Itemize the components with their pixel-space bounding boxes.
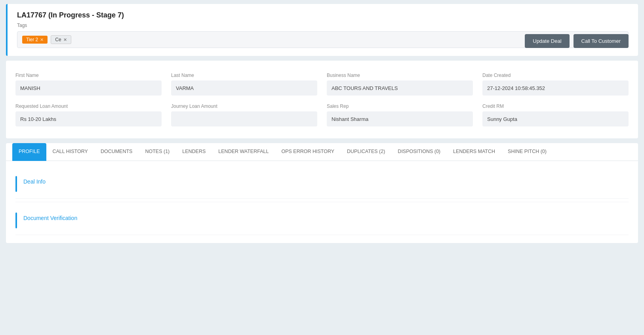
section-document-verification-indicator [15, 212, 17, 228]
section-deal-info-indicator [15, 176, 17, 192]
tab-profile[interactable]: PROFILE [12, 143, 46, 161]
date-created-group: Date Created 27-12-2024 10:58:45.352 [482, 73, 629, 96]
business-name-label: Business Name [327, 73, 473, 78]
business-name-group: Business Name ABC TOURS AND TRAVELS [327, 73, 473, 96]
tag-tier2[interactable]: Tier 2 ✕ [22, 36, 48, 44]
date-created-label: Date Created [482, 73, 629, 78]
section-document-verification[interactable]: Document Verification [15, 205, 629, 235]
top-card: LA17767 (In Progress - Stage 7) Tags Tie… [6, 4, 638, 56]
tag-ce-close[interactable]: ✕ [63, 37, 67, 42]
tab-ops-error-history[interactable]: OPS ERROR HISTORY [275, 143, 341, 161]
section-divider [15, 202, 629, 202]
last-name-group: Last Name VARMA [171, 73, 317, 96]
section-deal-info[interactable]: Deal Info [15, 169, 629, 199]
journey-loan-value [171, 111, 317, 126]
credit-rm-value: Sunny Gupta [482, 111, 629, 126]
main-container: LA17767 (In Progress - Stage 7) Tags Tie… [0, 0, 644, 247]
tab-lenders-match[interactable]: LENDERS MATCH [447, 143, 501, 161]
journey-loan-label: Journey Loan Amount [171, 103, 317, 109]
sales-rep-value: Nishant Sharma [327, 111, 473, 126]
journey-loan-group: Journey Loan Amount [171, 103, 317, 126]
tab-duplicates[interactable]: DUPLICATES (2) [341, 143, 391, 161]
last-name-value: VARMA [171, 80, 317, 96]
tags-label: Tags [17, 23, 629, 28]
tab-lender-waterfall[interactable]: LENDER WATERFALL [212, 143, 275, 161]
requested-loan-value: Rs 10-20 Lakhs [15, 111, 162, 126]
first-name-group: First Name MANISH [15, 73, 162, 96]
action-buttons: Update Deal Call To Customer [525, 34, 629, 48]
requested-loan-group: Requested Loan Amount Rs 10-20 Lakhs [15, 103, 162, 126]
tag-ce[interactable]: Ce ✕ [51, 35, 71, 44]
call-to-customer-button[interactable]: Call To Customer [574, 34, 629, 48]
tab-lenders[interactable]: LENDERS [176, 143, 212, 161]
section-document-verification-title: Document Verification [23, 212, 77, 221]
business-name-value: ABC TOURS AND TRAVELS [327, 80, 473, 96]
tag-ce-label: Ce [55, 37, 61, 42]
tabs-content: Deal InfoDocument Verification [6, 161, 638, 243]
tabs-nav: PROFILECALL HISTORYDOCUMENTSNOTES (1)LEN… [6, 143, 638, 161]
tabs-card: PROFILECALL HISTORYDOCUMENTSNOTES (1)LEN… [6, 143, 638, 243]
first-name-value: MANISH [15, 80, 162, 96]
tag-tier2-label: Tier 2 [26, 37, 38, 42]
tab-call-history[interactable]: CALL HISTORY [46, 143, 94, 161]
info-card: First Name MANISH Last Name VARMA Busine… [6, 61, 638, 138]
credit-rm-label: Credit RM [482, 103, 629, 109]
tab-notes[interactable]: NOTES (1) [139, 143, 176, 161]
update-deal-button[interactable]: Update Deal [525, 34, 569, 48]
tab-documents[interactable]: DOCUMENTS [94, 143, 139, 161]
credit-rm-group: Credit RM Sunny Gupta [482, 103, 629, 126]
date-created-value: 27-12-2024 10:58:45.352 [482, 80, 629, 96]
first-name-label: First Name [15, 73, 162, 78]
sales-rep-group: Sales Rep Nishant Sharma [327, 103, 473, 126]
deal-title: LA17767 (In Progress - Stage 7) [17, 11, 629, 19]
sales-rep-label: Sales Rep [327, 103, 473, 109]
requested-loan-label: Requested Loan Amount [15, 103, 162, 109]
section-deal-info-title: Deal Info [23, 175, 46, 185]
fields-grid: First Name MANISH Last Name VARMA Busine… [15, 73, 629, 126]
last-name-label: Last Name [171, 73, 317, 78]
tag-tier2-close[interactable]: ✕ [40, 37, 44, 42]
tab-dispositions[interactable]: DISPOSITIONS (0) [391, 143, 447, 161]
tab-shine-pitch[interactable]: SHINE PITCH (0) [501, 143, 553, 161]
